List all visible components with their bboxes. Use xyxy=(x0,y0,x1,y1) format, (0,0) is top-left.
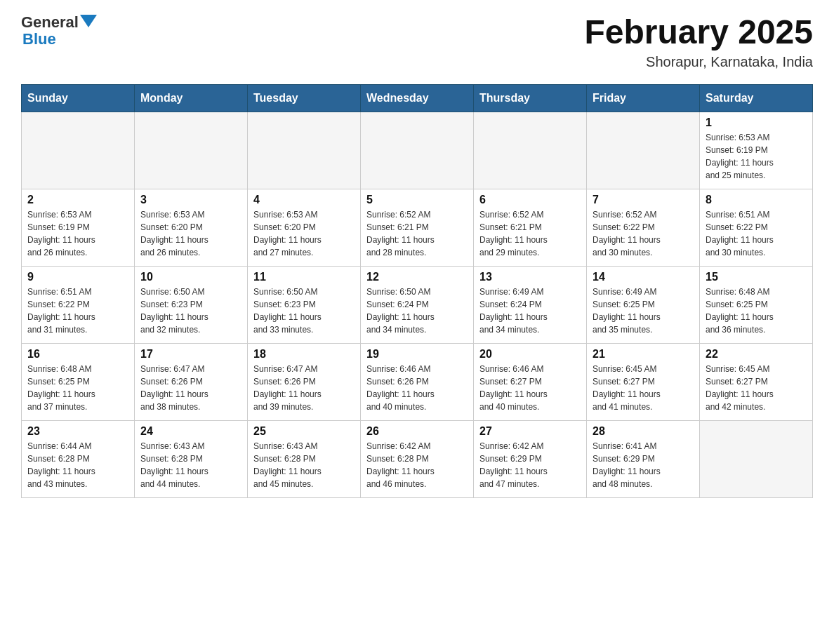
calendar-day-cell: 22Sunrise: 6:45 AM Sunset: 6:27 PM Dayli… xyxy=(700,343,813,420)
day-number: 21 xyxy=(593,348,694,361)
day-info: Sunrise: 6:44 AM Sunset: 6:28 PM Dayligh… xyxy=(27,440,128,490)
day-info: Sunrise: 6:52 AM Sunset: 6:22 PM Dayligh… xyxy=(593,208,694,259)
day-info: Sunrise: 6:43 AM Sunset: 6:28 PM Dayligh… xyxy=(253,440,355,490)
day-info: Sunrise: 6:49 AM Sunset: 6:25 PM Dayligh… xyxy=(593,286,694,336)
calendar-day-cell: 26Sunrise: 6:42 AM Sunset: 6:28 PM Dayli… xyxy=(361,420,474,497)
logo: General Blue xyxy=(21,14,97,48)
calendar-day-cell xyxy=(587,112,700,189)
day-number: 18 xyxy=(253,348,355,361)
calendar-day-cell: 24Sunrise: 6:43 AM Sunset: 6:28 PM Dayli… xyxy=(135,420,248,497)
calendar-day-cell: 20Sunrise: 6:46 AM Sunset: 6:27 PM Dayli… xyxy=(474,343,587,420)
day-number: 17 xyxy=(140,348,241,361)
day-number: 25 xyxy=(253,425,355,438)
calendar-day-cell xyxy=(135,112,248,189)
day-number: 12 xyxy=(366,271,468,283)
day-number: 16 xyxy=(27,348,128,361)
day-info: Sunrise: 6:51 AM Sunset: 6:22 PM Dayligh… xyxy=(706,208,807,259)
day-number: 20 xyxy=(479,348,581,361)
day-number: 28 xyxy=(593,425,694,438)
calendar-table: Sunday Monday Tuesday Wednesday Thursday… xyxy=(21,84,813,498)
day-number: 26 xyxy=(366,425,468,438)
calendar-day-cell: 2Sunrise: 6:53 AM Sunset: 6:19 PM Daylig… xyxy=(22,189,135,266)
day-number: 1 xyxy=(706,116,807,129)
calendar-title: February 2025 xyxy=(584,14,813,51)
day-info: Sunrise: 6:50 AM Sunset: 6:23 PM Dayligh… xyxy=(253,286,355,336)
header-thursday: Thursday xyxy=(474,84,587,112)
day-number: 15 xyxy=(706,271,807,283)
calendar-day-cell: 25Sunrise: 6:43 AM Sunset: 6:28 PM Dayli… xyxy=(248,420,361,497)
calendar-title-area: February 2025 Shorapur, Karnataka, India xyxy=(584,14,813,70)
header-tuesday: Tuesday xyxy=(248,84,361,112)
calendar-week-row: 16Sunrise: 6:48 AM Sunset: 6:25 PM Dayli… xyxy=(22,343,813,420)
day-number: 23 xyxy=(27,425,128,438)
day-info: Sunrise: 6:50 AM Sunset: 6:23 PM Dayligh… xyxy=(140,286,241,336)
day-number: 8 xyxy=(706,194,807,206)
day-info: Sunrise: 6:50 AM Sunset: 6:24 PM Dayligh… xyxy=(366,286,468,336)
calendar-day-cell xyxy=(700,420,813,497)
header-saturday: Saturday xyxy=(700,84,813,112)
day-info: Sunrise: 6:45 AM Sunset: 6:27 PM Dayligh… xyxy=(706,363,807,413)
calendar-day-cell: 18Sunrise: 6:47 AM Sunset: 6:26 PM Dayli… xyxy=(248,343,361,420)
calendar-day-cell: 6Sunrise: 6:52 AM Sunset: 6:21 PM Daylig… xyxy=(474,189,587,266)
calendar-day-cell: 15Sunrise: 6:48 AM Sunset: 6:25 PM Dayli… xyxy=(700,266,813,343)
header-friday: Friday xyxy=(587,84,700,112)
day-info: Sunrise: 6:42 AM Sunset: 6:29 PM Dayligh… xyxy=(479,440,581,490)
day-number: 22 xyxy=(706,348,807,361)
day-number: 24 xyxy=(140,425,241,438)
calendar-day-cell: 27Sunrise: 6:42 AM Sunset: 6:29 PM Dayli… xyxy=(474,420,587,497)
calendar-day-cell: 1Sunrise: 6:53 AM Sunset: 6:19 PM Daylig… xyxy=(700,112,813,189)
day-info: Sunrise: 6:48 AM Sunset: 6:25 PM Dayligh… xyxy=(706,286,807,336)
calendar-day-cell: 23Sunrise: 6:44 AM Sunset: 6:28 PM Dayli… xyxy=(22,420,135,497)
day-info: Sunrise: 6:48 AM Sunset: 6:25 PM Dayligh… xyxy=(27,363,128,413)
logo-text-blue: Blue xyxy=(22,31,56,48)
calendar-day-cell: 12Sunrise: 6:50 AM Sunset: 6:24 PM Dayli… xyxy=(361,266,474,343)
calendar-header-row: Sunday Monday Tuesday Wednesday Thursday… xyxy=(22,84,813,112)
calendar-day-cell: 17Sunrise: 6:47 AM Sunset: 6:26 PM Dayli… xyxy=(135,343,248,420)
calendar-week-row: 2Sunrise: 6:53 AM Sunset: 6:19 PM Daylig… xyxy=(22,189,813,266)
calendar-day-cell: 9Sunrise: 6:51 AM Sunset: 6:22 PM Daylig… xyxy=(22,266,135,343)
day-info: Sunrise: 6:53 AM Sunset: 6:19 PM Dayligh… xyxy=(706,131,807,182)
header-wednesday: Wednesday xyxy=(361,84,474,112)
calendar-day-cell: 5Sunrise: 6:52 AM Sunset: 6:21 PM Daylig… xyxy=(361,189,474,266)
day-number: 27 xyxy=(479,425,581,438)
calendar-day-cell: 28Sunrise: 6:41 AM Sunset: 6:29 PM Dayli… xyxy=(587,420,700,497)
calendar-day-cell xyxy=(248,112,361,189)
calendar-day-cell xyxy=(474,112,587,189)
calendar-day-cell: 8Sunrise: 6:51 AM Sunset: 6:22 PM Daylig… xyxy=(700,189,813,266)
day-number: 19 xyxy=(366,348,468,361)
day-info: Sunrise: 6:43 AM Sunset: 6:28 PM Dayligh… xyxy=(140,440,241,490)
page-header: General Blue February 2025 Shorapur, Kar… xyxy=(21,14,813,70)
day-info: Sunrise: 6:46 AM Sunset: 6:26 PM Dayligh… xyxy=(366,363,468,413)
day-info: Sunrise: 6:42 AM Sunset: 6:28 PM Dayligh… xyxy=(366,440,468,490)
day-number: 5 xyxy=(366,194,468,206)
day-info: Sunrise: 6:46 AM Sunset: 6:27 PM Dayligh… xyxy=(479,363,581,413)
logo-triangle-icon xyxy=(80,15,97,27)
day-info: Sunrise: 6:49 AM Sunset: 6:24 PM Dayligh… xyxy=(479,286,581,336)
day-number: 3 xyxy=(140,194,241,206)
header-monday: Monday xyxy=(135,84,248,112)
day-info: Sunrise: 6:41 AM Sunset: 6:29 PM Dayligh… xyxy=(593,440,694,490)
day-info: Sunrise: 6:53 AM Sunset: 6:19 PM Dayligh… xyxy=(27,208,128,259)
calendar-day-cell: 14Sunrise: 6:49 AM Sunset: 6:25 PM Dayli… xyxy=(587,266,700,343)
calendar-week-row: 23Sunrise: 6:44 AM Sunset: 6:28 PM Dayli… xyxy=(22,420,813,497)
day-number: 10 xyxy=(140,271,241,283)
calendar-day-cell: 13Sunrise: 6:49 AM Sunset: 6:24 PM Dayli… xyxy=(474,266,587,343)
calendar-day-cell: 16Sunrise: 6:48 AM Sunset: 6:25 PM Dayli… xyxy=(22,343,135,420)
day-info: Sunrise: 6:47 AM Sunset: 6:26 PM Dayligh… xyxy=(140,363,241,413)
calendar-week-row: 1Sunrise: 6:53 AM Sunset: 6:19 PM Daylig… xyxy=(22,112,813,189)
calendar-day-cell: 3Sunrise: 6:53 AM Sunset: 6:20 PM Daylig… xyxy=(135,189,248,266)
day-info: Sunrise: 6:52 AM Sunset: 6:21 PM Dayligh… xyxy=(479,208,581,259)
calendar-day-cell: 21Sunrise: 6:45 AM Sunset: 6:27 PM Dayli… xyxy=(587,343,700,420)
calendar-day-cell: 19Sunrise: 6:46 AM Sunset: 6:26 PM Dayli… xyxy=(361,343,474,420)
day-info: Sunrise: 6:51 AM Sunset: 6:22 PM Dayligh… xyxy=(27,286,128,336)
calendar-day-cell xyxy=(361,112,474,189)
calendar-day-cell: 10Sunrise: 6:50 AM Sunset: 6:23 PM Dayli… xyxy=(135,266,248,343)
calendar-day-cell: 11Sunrise: 6:50 AM Sunset: 6:23 PM Dayli… xyxy=(248,266,361,343)
day-info: Sunrise: 6:52 AM Sunset: 6:21 PM Dayligh… xyxy=(366,208,468,259)
calendar-day-cell: 4Sunrise: 6:53 AM Sunset: 6:20 PM Daylig… xyxy=(248,189,361,266)
day-info: Sunrise: 6:47 AM Sunset: 6:26 PM Dayligh… xyxy=(253,363,355,413)
day-number: 11 xyxy=(253,271,355,283)
day-info: Sunrise: 6:45 AM Sunset: 6:27 PM Dayligh… xyxy=(593,363,694,413)
calendar-day-cell xyxy=(22,112,135,189)
logo-text-general: General xyxy=(21,14,79,31)
